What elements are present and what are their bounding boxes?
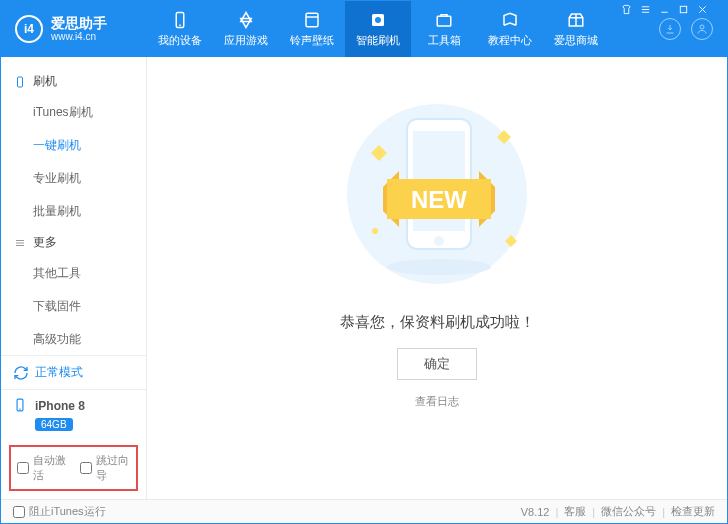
auto-activate-checkbox[interactable]: 自动激活 bbox=[17, 453, 68, 483]
phone-icon bbox=[13, 76, 27, 88]
main-panel: NEW 恭喜您，保资料刷机成功啦！ 确定 查看日志 bbox=[147, 57, 727, 499]
svg-point-30 bbox=[387, 259, 491, 275]
svg-point-27 bbox=[434, 236, 444, 246]
minimize-icon[interactable] bbox=[659, 4, 670, 15]
status-bar: 阻止iTunes运行 V8.12 | 客服 | 微信公众号 | 检查更新 bbox=[1, 499, 727, 523]
device-storage-badge: 64GB bbox=[35, 418, 73, 431]
nav-label: 智能刷机 bbox=[356, 33, 400, 48]
skip-guide-label: 跳过向导 bbox=[96, 453, 131, 483]
maximize-icon[interactable] bbox=[678, 4, 689, 15]
block-itunes-label: 阻止iTunes运行 bbox=[29, 504, 106, 519]
skip-guide-input[interactable] bbox=[80, 462, 92, 474]
nav-label: 教程中心 bbox=[488, 33, 532, 48]
user-icon[interactable] bbox=[691, 18, 713, 40]
svg-rect-10 bbox=[680, 6, 686, 12]
nav-icon bbox=[368, 10, 388, 30]
nav-icon bbox=[170, 10, 190, 30]
device-name: iPhone 8 bbox=[35, 399, 85, 413]
svg-rect-2 bbox=[306, 13, 318, 27]
check-update-link[interactable]: 检查更新 bbox=[671, 504, 715, 519]
nav-apps[interactable]: 应用游戏 bbox=[213, 1, 279, 57]
sidebar-item[interactable]: 专业刷机 bbox=[33, 162, 146, 195]
download-icon[interactable] bbox=[659, 18, 681, 40]
wechat-link[interactable]: 微信公众号 bbox=[601, 504, 656, 519]
sidebar-item[interactable]: iTunes刷机 bbox=[33, 96, 146, 129]
separator: | bbox=[555, 506, 558, 518]
auto-activate-label: 自动激活 bbox=[33, 453, 68, 483]
sidebar-item[interactable]: 高级功能 bbox=[33, 323, 146, 355]
nav-toolbox[interactable]: 工具箱 bbox=[411, 1, 477, 57]
success-illustration: NEW bbox=[327, 91, 547, 297]
device-status-label: 正常模式 bbox=[35, 364, 83, 381]
success-message: 恭喜您，保资料刷机成功啦！ bbox=[340, 313, 535, 332]
new-badge-text: NEW bbox=[411, 186, 467, 213]
nav-icon bbox=[500, 10, 520, 30]
nav-ringtones[interactable]: 铃声壁纸 bbox=[279, 1, 345, 57]
separator: | bbox=[662, 506, 665, 518]
sidebar-group-title: 刷机 bbox=[33, 73, 57, 90]
nav-label: 我的设备 bbox=[158, 33, 202, 48]
brand-text: 爱思助手 www.i4.cn bbox=[51, 16, 107, 42]
top-nav: 我的设备应用游戏铃声壁纸智能刷机工具箱教程中心爱思商城 bbox=[147, 1, 659, 57]
body: 刷机iTunes刷机一键刷机专业刷机批量刷机更多其他工具下载固件高级功能 正常模… bbox=[1, 57, 727, 499]
nav-label: 爱思商城 bbox=[554, 33, 598, 48]
brand-logo-icon: i4 bbox=[15, 15, 43, 43]
sidebar-options: 自动激活 跳过向导 bbox=[9, 445, 138, 491]
sidebar-group-header[interactable]: 刷机 bbox=[1, 67, 146, 96]
separator: | bbox=[592, 506, 595, 518]
sidebar-nav: 刷机iTunes刷机一键刷机专业刷机批量刷机更多其他工具下载固件高级功能 bbox=[1, 57, 146, 355]
support-link[interactable]: 客服 bbox=[564, 504, 586, 519]
sidebar-item[interactable]: 一键刷机 bbox=[33, 129, 146, 162]
refresh-icon bbox=[13, 365, 29, 381]
window-controls bbox=[621, 4, 720, 15]
sidebar-group-title: 更多 bbox=[33, 234, 57, 251]
menu-icon bbox=[13, 237, 27, 249]
skip-guide-checkbox[interactable]: 跳过向导 bbox=[80, 453, 131, 483]
sidebar-group-header[interactable]: 更多 bbox=[1, 228, 146, 257]
device-status[interactable]: 正常模式 bbox=[1, 355, 146, 389]
block-itunes-checkbox[interactable]: 阻止iTunes运行 bbox=[1, 504, 106, 519]
nav-icon bbox=[236, 10, 256, 30]
nav-label: 铃声壁纸 bbox=[290, 33, 334, 48]
ok-button[interactable]: 确定 bbox=[397, 348, 477, 380]
nav-label: 应用游戏 bbox=[224, 33, 268, 48]
sidebar-item[interactable]: 其他工具 bbox=[33, 257, 146, 290]
view-log-link[interactable]: 查看日志 bbox=[415, 394, 459, 409]
svg-rect-4 bbox=[437, 16, 451, 26]
header-actions bbox=[659, 18, 727, 40]
block-itunes-input[interactable] bbox=[13, 506, 25, 518]
sidebar-item[interactable]: 下载固件 bbox=[33, 290, 146, 323]
svg-point-13 bbox=[700, 25, 704, 29]
device-info[interactable]: iPhone 8 64GB bbox=[1, 389, 146, 439]
close-icon[interactable] bbox=[697, 4, 708, 15]
nav-flash[interactable]: 智能刷机 bbox=[345, 1, 411, 57]
svg-point-24 bbox=[372, 228, 378, 234]
brand-site: www.i4.cn bbox=[51, 31, 107, 42]
sidebar: 刷机iTunes刷机一键刷机专业刷机批量刷机更多其他工具下载固件高级功能 正常模… bbox=[1, 57, 147, 499]
nav-device[interactable]: 我的设备 bbox=[147, 1, 213, 57]
title-bar: i4 爱思助手 www.i4.cn 我的设备应用游戏铃声壁纸智能刷机工具箱教程中… bbox=[1, 1, 727, 57]
skin-icon[interactable] bbox=[621, 4, 632, 15]
nav-label: 工具箱 bbox=[428, 33, 461, 48]
version-label: V8.12 bbox=[521, 506, 550, 518]
nav-icon bbox=[434, 10, 454, 30]
nav-tutorials[interactable]: 教程中心 bbox=[477, 1, 543, 57]
nav-store[interactable]: 爱思商城 bbox=[543, 1, 609, 57]
nav-icon bbox=[302, 10, 322, 30]
app-window: i4 爱思助手 www.i4.cn 我的设备应用游戏铃声壁纸智能刷机工具箱教程中… bbox=[0, 0, 728, 524]
brand-name: 爱思助手 bbox=[51, 16, 107, 31]
menu-icon[interactable] bbox=[640, 4, 651, 15]
svg-rect-14 bbox=[18, 77, 23, 87]
phone-icon bbox=[13, 398, 29, 414]
brand: i4 爱思助手 www.i4.cn bbox=[1, 15, 147, 43]
sidebar-item[interactable]: 批量刷机 bbox=[33, 195, 146, 228]
auto-activate-input[interactable] bbox=[17, 462, 29, 474]
nav-icon bbox=[566, 10, 586, 30]
